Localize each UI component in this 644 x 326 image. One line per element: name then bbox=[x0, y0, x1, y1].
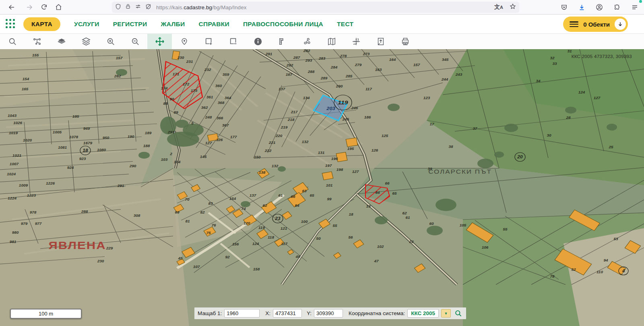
tree-patch bbox=[138, 152, 150, 159]
parcel-number-label: 132 bbox=[302, 140, 309, 143]
parcel-number-label: 25 bbox=[608, 145, 613, 149]
shield-icon[interactable] bbox=[115, 4, 121, 11]
select-minus-tool-icon[interactable] bbox=[221, 34, 246, 49]
parcel-number-label: 119 bbox=[258, 226, 265, 230]
parcel-number-label: 123 bbox=[423, 96, 431, 100]
parcel-number-label: 163 bbox=[375, 68, 382, 72]
parcel-number-label: 217 bbox=[291, 110, 298, 114]
tree-patch bbox=[504, 124, 518, 132]
crs-selector[interactable]: ККС 2005 bbox=[407, 309, 439, 318]
share-tool-icon[interactable] bbox=[295, 34, 319, 49]
reload-button[interactable] bbox=[38, 1, 50, 13]
url-bar[interactable]: https://kais.cadastre.bg/bg/Map/Index 文A bbox=[112, 2, 519, 13]
export-tool-icon[interactable] bbox=[368, 34, 393, 49]
forward-button[interactable] bbox=[23, 1, 35, 13]
parcel-number-label: 230 bbox=[97, 260, 105, 263]
parcel-number-label: 173 bbox=[191, 89, 198, 93]
nav-item-spravki[interactable]: СПРАВКИ bbox=[199, 21, 229, 28]
pocket-icon[interactable] bbox=[558, 1, 570, 13]
parcel-number-label: 127 bbox=[205, 141, 213, 145]
app-menu-icon[interactable] bbox=[629, 1, 641, 13]
parcel-number-label: 103 bbox=[161, 158, 168, 162]
zoom-out-tool-icon[interactable] bbox=[123, 34, 147, 49]
parcel-number-label: 18 bbox=[349, 212, 353, 216]
parcel-number-label: 923 bbox=[79, 157, 87, 161]
parcel-number-label: 359 bbox=[223, 73, 230, 77]
parcel-number-label: 94 bbox=[603, 258, 608, 262]
location-pin-tool-icon[interactable] bbox=[172, 34, 196, 49]
x-coordinate-input[interactable] bbox=[273, 309, 302, 318]
parcel-number-label: 198 bbox=[336, 168, 344, 172]
x-label: X: bbox=[265, 310, 270, 316]
route-tool-icon[interactable] bbox=[25, 34, 49, 49]
parcel-number-label: 1043 bbox=[8, 114, 17, 118]
parcel-number-label: 188 bbox=[143, 144, 151, 148]
tree-patch bbox=[565, 107, 576, 114]
back-button[interactable] bbox=[6, 1, 18, 13]
select-plus-tool-icon[interactable] bbox=[196, 34, 221, 49]
parcel-number-label: 218 bbox=[287, 118, 295, 122]
parcel-number-label: 65 bbox=[310, 194, 314, 197]
nav-item-pravosposobni-litsa[interactable]: ПРАВОСПОСОБНИ ЛИЦА bbox=[243, 21, 323, 28]
map-status-bar: Мащаб 1: X: Y: Координатна система: ККС … bbox=[194, 307, 466, 319]
print-tool-icon[interactable] bbox=[393, 34, 417, 49]
apps-grid-icon[interactable] bbox=[5, 19, 16, 30]
coordinate-search-icon[interactable] bbox=[453, 309, 463, 318]
parcel-number-label: 65 bbox=[392, 192, 397, 195]
parcel-number-label: 949 bbox=[83, 127, 91, 130]
parcel-number-label: 106 bbox=[482, 246, 489, 249]
downloads-icon[interactable] bbox=[576, 1, 588, 13]
bookmark-star-icon[interactable] bbox=[510, 3, 516, 11]
crs-label: Координатна система: bbox=[349, 310, 405, 316]
coordinates-tool-icon[interactable] bbox=[344, 34, 368, 49]
parcel-number-label: 246 bbox=[351, 106, 359, 110]
parcel-number-label: 52 bbox=[571, 268, 576, 272]
shield-off-icon[interactable] bbox=[145, 4, 151, 11]
permissions-icon[interactable] bbox=[135, 4, 141, 11]
translate-icon[interactable]: 文A bbox=[494, 4, 503, 11]
objects-badge[interactable]: 0 Обекти bbox=[563, 17, 628, 32]
parcel-number-label: 138 bbox=[259, 171, 266, 174]
y-coordinate-input[interactable] bbox=[314, 309, 343, 318]
crs-value: ККС 2005 bbox=[411, 310, 435, 316]
map-tool-icon[interactable] bbox=[319, 34, 344, 49]
parcel-number-label: 361 bbox=[206, 96, 213, 99]
account-icon[interactable] bbox=[593, 1, 605, 13]
nav-item-uslugi[interactable]: УСЛУГИ bbox=[74, 21, 99, 28]
parcel-number-label: 22 bbox=[409, 240, 414, 243]
parcel-number-label: 290 bbox=[336, 85, 343, 88]
parcel-number-label: 132 bbox=[272, 164, 279, 168]
parcel-number-label: 291 bbox=[265, 52, 272, 56]
region-circle-number: 23 bbox=[275, 216, 281, 221]
zoom-in-tool-icon[interactable] bbox=[98, 34, 123, 49]
search-tool-icon[interactable] bbox=[0, 34, 25, 49]
objects-collapse-icon[interactable] bbox=[615, 19, 626, 30]
extensions-icon[interactable] bbox=[611, 1, 623, 13]
parcel-number-label: 220 bbox=[275, 134, 283, 138]
lock-icon[interactable] bbox=[125, 4, 131, 11]
scale-input[interactable] bbox=[224, 309, 260, 318]
nav-item-zhalbi[interactable]: ЖАЛБИ bbox=[161, 21, 185, 28]
home-button[interactable] bbox=[52, 1, 64, 13]
parcel-number-label: 32 bbox=[550, 56, 555, 60]
parcel-number-label: 924 bbox=[67, 166, 74, 170]
tree-patch bbox=[375, 216, 388, 224]
parcel-number-label: 118 bbox=[268, 236, 275, 239]
pan-tool-icon[interactable] bbox=[147, 34, 172, 49]
info-tool-icon[interactable] bbox=[246, 34, 270, 49]
parcel-number-label: 167 bbox=[286, 73, 293, 77]
layers-tool-icon[interactable] bbox=[74, 34, 98, 49]
nav-item-karta[interactable]: КАРТА bbox=[23, 17, 60, 31]
nav-item-registri[interactable]: РЕГИСТРИ bbox=[113, 21, 147, 28]
crs-dropdown-icon[interactable]: ▼ bbox=[441, 309, 451, 318]
parcel-number-label: 55 bbox=[503, 228, 508, 231]
parcel-number-label: 196 bbox=[331, 157, 339, 161]
cadastre-map[interactable]: 1191820234 15515728215416518510431026949… bbox=[0, 49, 644, 326]
parcel-number-label: 287 bbox=[293, 56, 301, 59]
nav-item-test[interactable]: ТЕСТ bbox=[337, 21, 353, 28]
layers-filled-tool-icon[interactable] bbox=[49, 34, 74, 49]
parcel-number-label: 981 bbox=[10, 240, 17, 243]
parcel-number-label: 126 bbox=[372, 149, 379, 152]
measure-tool-icon[interactable] bbox=[270, 34, 295, 49]
map-viewport[interactable]: 1191820234 15515728215416518510431026949… bbox=[0, 49, 644, 326]
